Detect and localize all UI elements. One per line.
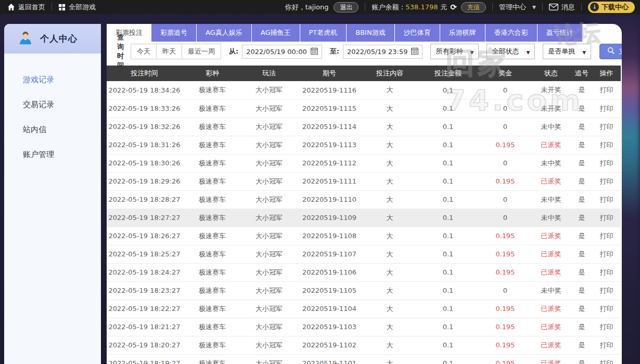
quick-range-button[interactable]: 昨天 [156,44,182,59]
cell-bet-amount: 0.1 [416,209,480,227]
print-link[interactable]: 打印 [592,81,621,99]
print-link[interactable]: 打印 [592,99,621,118]
cell-bet-amount: 0.1 [416,227,480,245]
sidebar-item[interactable]: 游戏记录 [4,67,101,92]
home-link[interactable]: 返回首页 [7,3,45,12]
cell-bet-amount: 0.1 [416,354,480,364]
currency-label: 元 [441,3,447,12]
cell-issue-number: 20220519-1115 [296,99,363,118]
tab[interactable]: BBIN游戏 [347,24,394,42]
cell-bet-content: 大 [363,227,416,245]
cell-bet-content: 大 [363,281,416,300]
print-link[interactable]: 打印 [592,172,621,190]
admin-center-label: 管理中心 [499,3,526,12]
download-icon: ↓ [590,3,599,11]
table-header-cell: 投注内容 [363,66,416,81]
print-link[interactable]: 打印 [592,136,621,154]
cell-chase: 是 [571,300,592,318]
table-header-cell: 投注金额 [416,66,480,81]
cell-bet-content: 大 [363,336,416,354]
calendar-icon [411,47,418,56]
balance-label: 账户余额： [372,3,405,12]
print-link[interactable]: 打印 [592,245,621,263]
admin-center-menu[interactable]: 管理中心 ▼ [499,3,536,12]
chevron-down-icon: ▼ [532,5,536,10]
print-link[interactable]: 打印 [592,318,621,336]
filter-select[interactable]: 全部状态 [487,44,535,59]
quick-range-button[interactable]: 最近一周 [182,44,221,59]
cell-play-type: 大小冠军 [242,154,296,172]
filter-select[interactable]: 所有彩种 [430,44,479,59]
table-row: 2022-05-19 18:31:26 极速赛车 大小冠军 20220519-1… [107,136,621,154]
tab[interactable]: 乐游棋牌 [440,24,485,42]
tab[interactable]: 彩票投注 [107,24,151,42]
tab[interactable]: PT老虎机 [300,24,347,42]
print-link[interactable]: 打印 [592,336,621,354]
tab[interactable]: 盈亏统计 [537,24,583,42]
table-row: 2022-05-19 18:20:27 极速赛车 大小冠军 20220519-1… [107,336,621,354]
cell-status: 已派奖 [531,318,571,336]
recharge-button[interactable]: 充值 [461,2,486,12]
cell-status: 已派奖 [531,300,571,318]
sidebar: 个人中心 游戏记录 交易记录 站内信 账户管理 [4,24,101,364]
cell-status: 已派奖 [531,336,571,354]
print-link[interactable]: 打印 [592,281,621,300]
cell-lottery: 极速赛车 [182,154,242,172]
tab[interactable]: 彩票追号 [151,24,197,42]
tab[interactable]: AG捕鱼王 [252,24,300,42]
cell-chase: 是 [571,263,592,281]
table-row: 2022-05-19 18:19:27 极速赛车 大小冠军 20220519-1… [107,354,621,364]
print-link[interactable]: 打印 [592,154,621,172]
messages-link[interactable]: 消息 [549,3,575,12]
cell-chase: 是 [571,245,592,263]
cell-chase: 是 [571,190,592,209]
filter-select[interactable]: 是否单挑 [543,44,591,59]
tab[interactable]: 沙巴体育 [395,24,440,42]
cell-prize: 0.195 [480,300,531,318]
cell-play-type: 大小冠军 [242,281,296,300]
cell-bet-time: 2022-05-19 18:31:26 [107,136,182,154]
cell-lottery: 极速赛车 [182,227,242,245]
divider [365,3,365,11]
from-label: 从: [229,47,238,56]
cell-play-type: 大小冠军 [242,318,296,336]
table-header-cell: 彩种 [182,66,242,81]
quick-range-button[interactable]: 今天 [131,44,157,59]
search-button[interactable]: 立即查询 [599,44,622,59]
download-center-button[interactable]: ↓ 下载中心 [588,2,635,13]
table-header-cell: 玩法 [242,66,296,81]
sidebar-item[interactable]: 账户管理 [4,142,101,167]
cell-bet-amount: 0.1 [416,190,480,209]
cell-prize: 0 [480,209,531,227]
to-date-input[interactable]: 2022/05/19 23:59 [343,45,423,59]
sidebar-item[interactable]: 站内信 [4,117,101,142]
cell-prize: 0.195 [480,336,531,354]
cell-bet-content: 大 [363,154,416,172]
cell-bet-amount: 0.1 [416,300,480,318]
refresh-icon[interactable]: ⟳ [451,3,457,12]
print-link[interactable]: 打印 [592,227,621,245]
table-row: 2022-05-19 18:34:26 极速赛车 大小冠军 20220519-1… [107,81,621,99]
print-link[interactable]: 打印 [592,300,621,318]
tab[interactable]: AG真人娱乐 [197,24,252,42]
print-link[interactable]: 打印 [592,209,621,227]
print-link[interactable]: 打印 [592,190,621,209]
cell-prize: 0.195 [480,354,531,364]
cell-bet-time: 2022-05-19 18:30:26 [107,154,182,172]
from-date-input[interactable]: 2022/05/19 00:00 [242,45,322,59]
print-link[interactable]: 打印 [592,354,621,364]
cell-bet-content: 大 [363,136,416,154]
home-icon [7,3,15,11]
filter-bar: 查询时间 今天 昨天 最近一周 从: 2022/05/19 00:00 至: 2… [107,42,622,61]
tab[interactable]: 香港六合彩 [485,24,537,42]
cell-bet-amount: 0.1 [416,263,480,281]
logout-button[interactable]: 退出 [334,2,359,12]
all-games-link[interactable]: 全部游戏 [58,3,96,12]
print-link[interactable]: 打印 [592,118,621,136]
cell-bet-content: 大 [363,318,416,336]
sidebar-item[interactable]: 交易记录 [4,92,101,117]
cell-status: 未中奖 [531,118,571,136]
print-link[interactable]: 打印 [592,263,621,281]
cell-lottery: 极速赛车 [182,318,242,336]
cell-issue-number: 20220519-1109 [296,209,363,227]
